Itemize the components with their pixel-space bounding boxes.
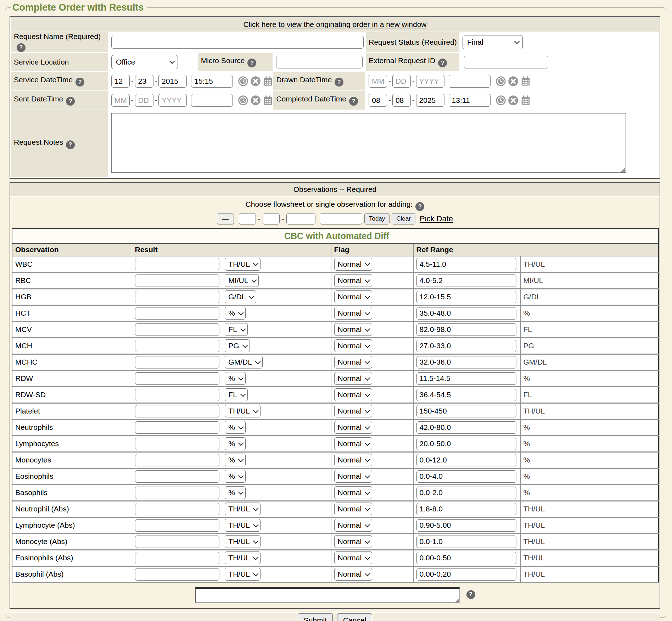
external-request-id-input[interactable] [464,56,548,68]
calendar-icon[interactable] [520,76,531,87]
clock-icon[interactable] [495,76,506,87]
result-unit-select[interactable]: TH/UL [225,535,261,548]
ref-range-input[interactable] [416,487,516,499]
ref-range-input[interactable] [416,454,516,466]
result-unit-select[interactable]: TH/UL [225,519,261,532]
result-unit-select[interactable]: TH/UL [225,258,261,271]
observation-note-textarea[interactable] [195,587,460,603]
completed-date-yyyy-input[interactable] [416,94,444,107]
flag-select[interactable]: Normal [334,372,373,385]
result-unit-select[interactable]: MI/UL [225,274,259,287]
help-icon[interactable]: ? [349,97,358,106]
service-location-select[interactable]: Office [111,55,178,69]
help-icon[interactable]: ? [17,43,26,52]
result-input[interactable] [135,405,219,417]
clock-icon[interactable] [238,76,248,87]
help-icon[interactable]: ? [66,140,75,149]
pick-date-link[interactable]: Pick Date [420,214,453,223]
ref-range-input[interactable] [416,258,516,270]
sent-date-yyyy-input[interactable] [158,94,187,107]
cancel-button[interactable]: Cancel [337,613,372,621]
result-unit-select[interactable]: TH/UL [225,568,261,581]
flag-select[interactable]: Normal [334,551,373,564]
result-unit-select[interactable]: FL [225,323,248,336]
picker-time-input[interactable] [320,213,362,224]
flag-select[interactable]: Normal [334,388,373,401]
flag-select[interactable]: Normal [334,274,373,287]
request-name-input[interactable] [111,36,364,49]
picker-mm-input[interactable] [239,213,256,224]
calendar-icon[interactable] [263,95,273,106]
help-icon[interactable]: ? [415,202,424,211]
clear-icon[interactable] [508,76,519,87]
ref-range-input[interactable] [416,568,516,581]
clear-button[interactable]: Clear [392,213,415,224]
today-button[interactable]: Today [364,213,390,224]
result-input[interactable] [135,470,219,483]
ref-range-input[interactable] [416,323,516,336]
result-unit-select[interactable]: TH/UL [225,503,261,515]
result-unit-select[interactable]: % [225,421,246,434]
result-input[interactable] [135,536,219,548]
flag-select[interactable]: Normal [334,339,373,352]
result-input[interactable] [135,291,219,303]
drawn-time-input[interactable] [449,75,491,88]
ref-range-input[interactable] [416,405,516,417]
service-date-yyyy-input[interactable] [158,75,187,88]
ref-range-input[interactable] [416,340,516,352]
service-date-dd-input[interactable] [135,75,153,88]
help-icon[interactable]: ? [247,59,256,67]
clock-icon[interactable] [495,95,506,106]
result-unit-select[interactable]: % [225,454,246,466]
completed-time-input[interactable] [449,94,491,107]
sent-date-mm-input[interactable] [111,94,130,107]
result-unit-select[interactable]: % [225,437,246,450]
completed-date-mm-input[interactable] [369,94,387,107]
sent-time-input[interactable] [191,94,233,107]
flag-select[interactable]: Normal [334,568,373,581]
result-input[interactable] [135,454,219,466]
service-time-input[interactable] [191,75,233,88]
clock-icon[interactable] [238,95,248,106]
result-unit-select[interactable]: % [225,470,246,483]
ref-range-input[interactable] [416,421,516,434]
result-input[interactable] [135,519,219,532]
flag-select[interactable]: Normal [334,258,373,271]
result-input[interactable] [135,323,219,336]
flag-select[interactable]: Normal [334,503,373,515]
drawn-date-mm-input[interactable] [369,75,387,88]
flag-select[interactable]: Normal [334,470,373,483]
clear-icon[interactable] [508,95,519,106]
flag-select[interactable]: Normal [334,290,373,303]
ref-range-input[interactable] [416,372,516,385]
ref-range-input[interactable] [416,275,516,287]
result-input[interactable] [135,503,219,515]
result-input[interactable] [135,552,219,564]
request-notes-textarea[interactable] [111,113,626,173]
calendar-icon[interactable] [520,95,531,106]
ref-range-input[interactable] [416,470,516,483]
ref-range-input[interactable] [416,389,516,401]
result-unit-select[interactable]: % [225,307,246,320]
result-unit-select[interactable]: G/DL [225,290,256,303]
result-input[interactable] [135,307,219,320]
ref-range-input[interactable] [416,536,516,548]
resize-grip-icon[interactable] [455,599,459,603]
calendar-icon[interactable] [263,76,273,87]
help-icon[interactable]: ? [75,78,84,87]
flag-select[interactable]: Normal [334,486,373,499]
flag-select[interactable]: Normal [334,535,373,548]
ref-range-input[interactable] [416,519,516,532]
ref-range-input[interactable] [416,503,516,515]
flag-select[interactable]: Normal [334,405,373,417]
request-status-select[interactable]: Final [463,35,523,49]
flag-select[interactable]: Normal [334,323,373,336]
result-input[interactable] [135,438,219,450]
help-icon[interactable]: ? [335,78,343,87]
service-date-mm-input[interactable] [111,75,130,88]
flag-select[interactable]: Normal [334,356,373,368]
picker-yyyy-input[interactable] [286,213,315,224]
result-unit-select[interactable]: TH/UL [225,551,261,564]
ref-range-input[interactable] [416,307,516,320]
result-input[interactable] [135,487,219,499]
